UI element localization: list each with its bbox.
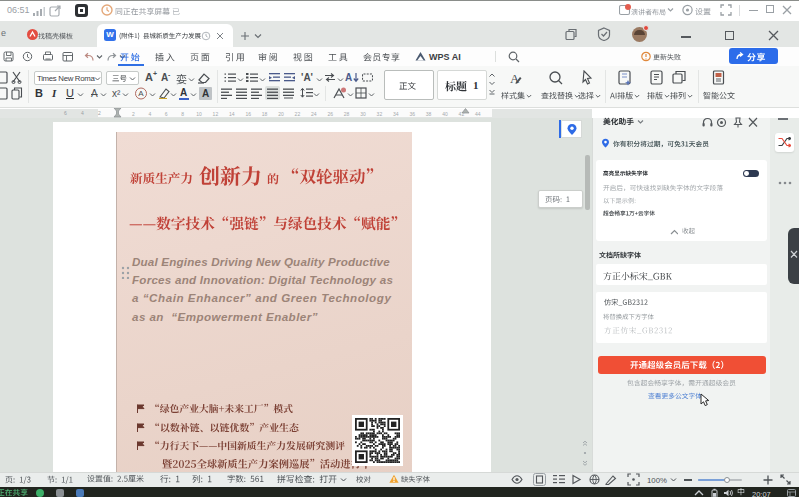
svg-text:40: 40 [442, 111, 448, 117]
svg-text:A: A [510, 71, 520, 86]
svg-text:2: 2 [132, 111, 135, 117]
svg-text:16: 16 [245, 111, 251, 117]
svg-text:34: 34 [393, 111, 399, 117]
svg-text:28: 28 [344, 111, 350, 117]
svg-text:A: A [138, 89, 144, 98]
svg-text:8: 8 [181, 111, 184, 117]
svg-text:22: 22 [295, 111, 301, 117]
svg-text:10: 10 [196, 111, 202, 117]
svg-text:12: 12 [213, 111, 219, 117]
svg-text:18: 18 [262, 111, 268, 117]
svg-text:32: 32 [377, 111, 383, 117]
svg-text:4: 4 [148, 111, 151, 117]
svg-text:44: 44 [475, 111, 481, 117]
svg-text:6: 6 [165, 111, 168, 117]
svg-text:20: 20 [278, 111, 284, 117]
svg-text:26: 26 [327, 111, 333, 117]
svg-text:38: 38 [426, 111, 432, 117]
svg-text:30: 30 [360, 111, 366, 117]
svg-text:24: 24 [311, 111, 317, 117]
svg-text:36: 36 [409, 111, 415, 117]
svg-text:14: 14 [229, 111, 235, 117]
